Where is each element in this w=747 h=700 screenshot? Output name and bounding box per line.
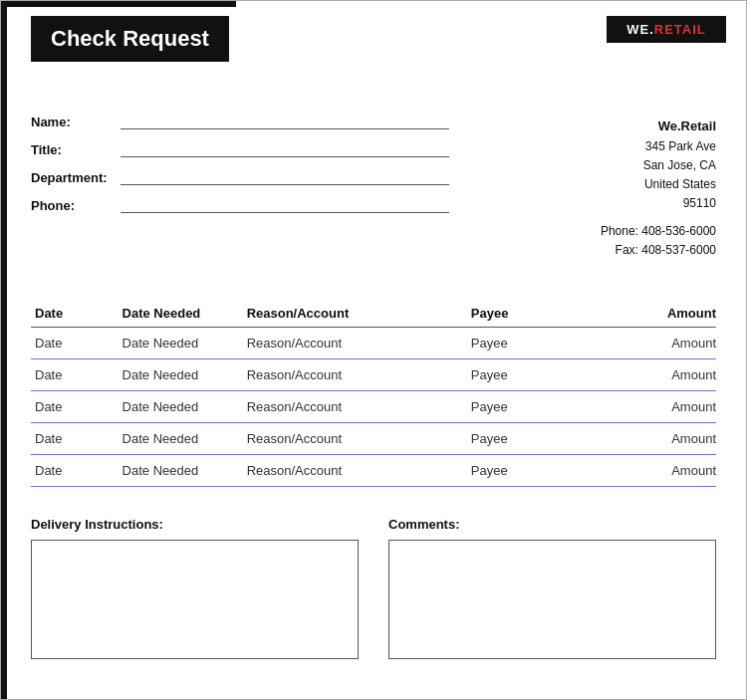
comments-label: Comments:: [388, 517, 716, 532]
bottom-section: Delivery Instructions: Comments:: [31, 517, 716, 663]
cell-row2-col1: Date Needed: [119, 390, 243, 422]
check-table: Date Date Needed Reason/Account Payee Am…: [31, 300, 716, 487]
table-row: DateDate NeededReason/AccountPayeeAmount: [31, 390, 716, 422]
phone-label: Phone:: [31, 198, 121, 213]
name-input[interactable]: [121, 112, 449, 129]
col-header-date: Date: [31, 300, 119, 328]
logo-we: WE.: [626, 22, 654, 37]
header-row: Date Date Needed Reason/Account Payee Am…: [31, 300, 716, 328]
table-row: DateDate NeededReason/AccountPayeeAmount: [31, 358, 716, 390]
title-block: Check Request: [31, 16, 229, 62]
cell-row4-col0: Date: [31, 454, 119, 486]
cell-row4-col1: Date Needed: [119, 454, 243, 486]
cell-row1-col2: Reason/Account: [243, 358, 467, 390]
page-header: Check Request WE.RETAIL: [1, 1, 746, 72]
table-section: Date Date Needed Reason/Account Payee Am…: [31, 300, 716, 487]
cell-row1-col1: Date Needed: [119, 358, 243, 390]
check-request-page: Check Request WE.RETAIL Name: Title: D: [0, 0, 747, 700]
company-name: We.Retail: [601, 117, 716, 137]
comments-textarea[interactable]: [388, 540, 716, 659]
cell-row3-col2: Reason/Account: [243, 422, 467, 454]
cell-row4-col2: Reason/Account: [243, 454, 467, 486]
phone-number: Phone: 408-536-6000: [601, 222, 716, 241]
col-header-date-needed: Date Needed: [119, 300, 243, 328]
company-zip: 95110: [601, 194, 716, 213]
table-header: Date Date Needed Reason/Account Payee Am…: [31, 300, 716, 328]
company-address1: 345 Park Ave: [601, 137, 716, 156]
title-field-row: Title:: [31, 139, 449, 157]
cell-row3-col4: Amount: [617, 422, 716, 454]
cell-row3-col1: Date Needed: [119, 422, 243, 454]
cell-row2-col2: Reason/Account: [243, 390, 467, 422]
table-row: DateDate NeededReason/AccountPayeeAmount: [31, 327, 716, 358]
col-header-reason: Reason/Account: [243, 300, 467, 328]
cell-row0-col4: Amount: [617, 327, 716, 358]
name-field-row: Name:: [31, 112, 449, 129]
cell-row1-col0: Date: [31, 358, 119, 390]
cell-row4-col4: Amount: [617, 454, 716, 486]
department-input[interactable]: [121, 167, 449, 185]
table-row: DateDate NeededReason/AccountPayeeAmount: [31, 454, 716, 486]
phone-field-row: Phone:: [31, 195, 449, 213]
cell-row4-col3: Payee: [467, 454, 617, 486]
top-border-bar: [7, 1, 236, 7]
fax-number: Fax: 408-537-6000: [601, 241, 716, 260]
delivery-instructions-field: Delivery Instructions:: [31, 517, 359, 663]
table-body: DateDate NeededReason/AccountPayeeAmount…: [31, 327, 716, 486]
department-field-row: Department:: [31, 167, 449, 185]
delivery-textarea[interactable]: [31, 540, 359, 659]
table-row: DateDate NeededReason/AccountPayeeAmount: [31, 422, 716, 454]
form-left: Name: Title: Department: Phone:: [31, 112, 449, 260]
company-address2: San Jose, CA: [601, 156, 716, 175]
cell-row0-col1: Date Needed: [119, 327, 243, 358]
cell-row3-col0: Date: [31, 422, 119, 454]
cell-row2-col4: Amount: [617, 390, 716, 422]
name-label: Name:: [31, 115, 121, 129]
logo-retail: RETAIL: [654, 22, 706, 37]
title-input[interactable]: [121, 139, 449, 157]
logo-text: WE.RETAIL: [626, 22, 706, 37]
body-content: Name: Title: Department: Phone: We.Retai: [1, 72, 746, 683]
cell-row0-col2: Reason/Account: [243, 327, 467, 358]
company-phone: Phone: 408-536-6000 Fax: 408-537-6000: [601, 222, 716, 260]
cell-row2-col3: Payee: [467, 390, 617, 422]
company-logo: WE.RETAIL: [607, 16, 726, 43]
page-title: Check Request: [51, 26, 209, 52]
col-header-payee: Payee: [467, 300, 617, 328]
cell-row1-col3: Payee: [467, 358, 617, 390]
cell-row1-col4: Amount: [617, 358, 716, 390]
company-address3: United States: [601, 175, 716, 194]
left-border-bar: [1, 1, 7, 699]
cell-row0-col0: Date: [31, 327, 119, 358]
delivery-label: Delivery Instructions:: [31, 517, 359, 532]
col-header-amount: Amount: [617, 300, 716, 328]
company-info: We.Retail 345 Park Ave San Jose, CA Unit…: [601, 112, 716, 260]
cell-row3-col3: Payee: [467, 422, 617, 454]
comments-field: Comments:: [388, 517, 716, 663]
phone-input[interactable]: [121, 195, 449, 213]
form-fields-section: Name: Title: Department: Phone: We.Retai: [31, 112, 716, 260]
cell-row2-col0: Date: [31, 390, 119, 422]
cell-row0-col3: Payee: [467, 327, 617, 358]
department-label: Department:: [31, 170, 121, 185]
title-label: Title:: [31, 142, 121, 157]
